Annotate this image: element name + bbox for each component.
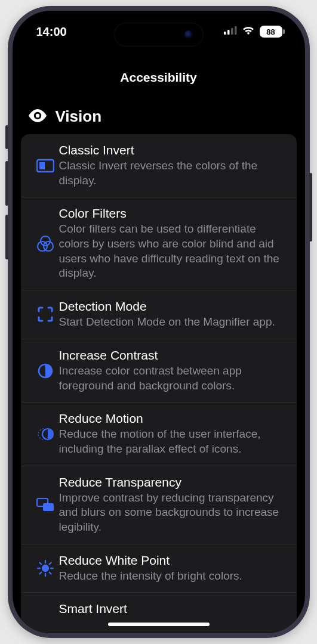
status-indicators: 88	[224, 26, 282, 38]
dynamic-island	[114, 23, 204, 47]
row-title: Detection Mode	[59, 299, 284, 314]
side-button	[309, 173, 312, 242]
row-title: Reduce Transparency	[59, 475, 284, 490]
section-header-vision: Vision	[13, 107, 305, 134]
row-color-filters[interactable]: Color Filters Color filters can be used …	[21, 197, 297, 290]
row-reduce-white-point[interactable]: Reduce White Point Reduce the intensity …	[21, 544, 297, 593]
row-reduce-motion[interactable]: Reduce Motion Reduce the motion of the u…	[21, 402, 297, 466]
svg-rect-7	[39, 162, 45, 169]
screen: 14:00 88	[13, 11, 305, 633]
svg-point-16	[42, 565, 48, 571]
eye-icon	[28, 109, 47, 125]
row-increase-contrast[interactable]: Increase Contrast Increase color contras…	[21, 339, 297, 402]
row-title: Increase Contrast	[59, 348, 284, 363]
svg-line-22	[49, 572, 51, 574]
svg-line-23	[39, 572, 41, 574]
color-filters-icon	[32, 235, 59, 253]
reduce-white-point-icon	[32, 560, 59, 577]
row-title: Smart Invert	[59, 602, 284, 616]
row-desc: Improve contrast by reducing transparenc…	[59, 491, 284, 535]
row-reduce-transparency[interactable]: Reduce Transparency Improve contrast by …	[21, 466, 297, 544]
battery-indicator: 88	[260, 26, 282, 38]
section-title: Vision	[56, 107, 102, 126]
reduce-transparency-icon	[32, 497, 59, 513]
row-desc: Color filters can be used to differentia…	[59, 222, 284, 281]
svg-rect-15	[43, 503, 54, 511]
svg-line-21	[39, 562, 41, 564]
reduce-motion-icon	[32, 426, 59, 442]
svg-rect-3	[235, 26, 237, 35]
side-button	[5, 161, 8, 206]
home-indicator[interactable]	[108, 623, 210, 626]
svg-rect-0	[224, 32, 226, 35]
status-time: 14:00	[36, 25, 67, 39]
wifi-icon	[242, 26, 255, 38]
page-title: Accessibility	[13, 52, 305, 107]
svg-rect-1	[227, 30, 230, 35]
detection-mode-icon	[32, 306, 59, 323]
side-button	[5, 215, 8, 259]
row-desc: Reduce the intensity of bright colors.	[59, 569, 284, 584]
row-detection-mode[interactable]: Detection Mode Start Detection Mode on t…	[21, 290, 297, 339]
row-title: Reduce Motion	[59, 411, 284, 426]
classic-invert-icon	[32, 158, 59, 174]
side-button	[5, 125, 8, 149]
row-desc: Reduce the motion of the user interface,…	[59, 427, 284, 456]
row-desc: Increase color contrast between app fore…	[59, 364, 284, 393]
row-classic-invert[interactable]: Classic Invert Classic Invert reverses t…	[21, 134, 297, 197]
svg-rect-2	[231, 28, 233, 35]
increase-contrast-icon	[32, 363, 59, 379]
row-title: Color Filters	[59, 206, 284, 221]
row-title: Classic Invert	[59, 143, 284, 157]
svg-line-24	[49, 562, 51, 564]
row-title: Reduce White Point	[59, 553, 284, 568]
svg-point-5	[35, 113, 39, 117]
cellular-icon	[224, 26, 237, 37]
row-desc: Start Detection Mode on the Magnifier ap…	[59, 315, 284, 330]
row-desc: Classic Invert reverses the colors of th…	[59, 159, 284, 188]
device-frame: 14:00 88	[8, 6, 310, 638]
row-smart-invert[interactable]: Smart Invert	[21, 593, 297, 617]
settings-list: Classic Invert Classic Invert reverses t…	[21, 134, 297, 633]
